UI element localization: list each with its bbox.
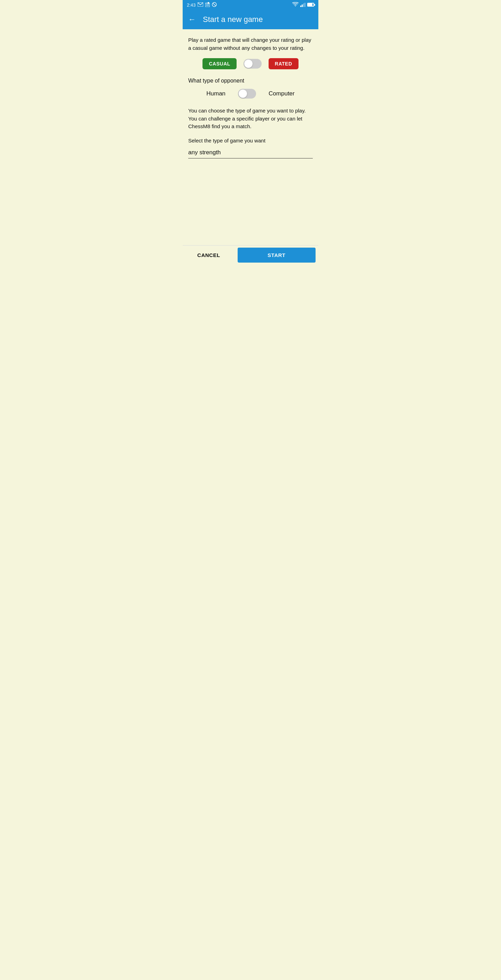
rating-description: Play a rated game that will change your … [188,36,313,52]
game-type-description: You can choose the type of game you want… [188,107,313,130]
opponent-toggle-row: Human Computer [188,89,313,99]
sd-card-icon [205,2,210,8]
svg-rect-3 [206,4,209,5]
casual-rated-toggle[interactable] [244,59,262,68]
casual-badge[interactable]: CASUAL [203,58,236,69]
start-button[interactable]: START [238,248,316,262]
status-bar: 2:43 [183,0,318,10]
back-button[interactable]: ← [188,16,196,23]
cancel-button[interactable]: CANCEL [183,245,235,265]
opponent-toggle-thumb [239,89,247,98]
casual-rated-toggle-row: CASUAL RATED [188,58,313,69]
svg-rect-4 [206,5,209,6]
status-bar-right [292,2,314,8]
opponent-section-label: What type of opponent [188,78,313,84]
svg-rect-2 [208,2,209,4]
app-bar: ← Start a new game [183,10,318,29]
circle-icon [212,2,217,8]
toggle-thumb [244,60,252,68]
status-bar-left: 2:43 [187,2,217,8]
opponent-toggle[interactable] [238,89,256,99]
svg-line-6 [213,3,216,6]
page-title: Start a new game [203,15,263,24]
game-type-label: Select the type of game you want [188,138,313,143]
battery-icon [307,2,314,8]
svg-rect-1 [205,3,210,7]
bottom-bar: CANCEL START [183,245,318,265]
main-content: Play a rated game that will change your … [183,29,318,245]
time-display: 2:43 [187,2,195,8]
wifi-icon [292,2,298,8]
human-label: Human [206,90,225,97]
mail-icon [198,2,203,8]
signal-icon [300,3,306,7]
spacer [188,159,313,239]
rated-badge[interactable]: RATED [269,58,298,69]
game-type-input[interactable] [188,147,313,159]
computer-label: Computer [269,90,295,97]
